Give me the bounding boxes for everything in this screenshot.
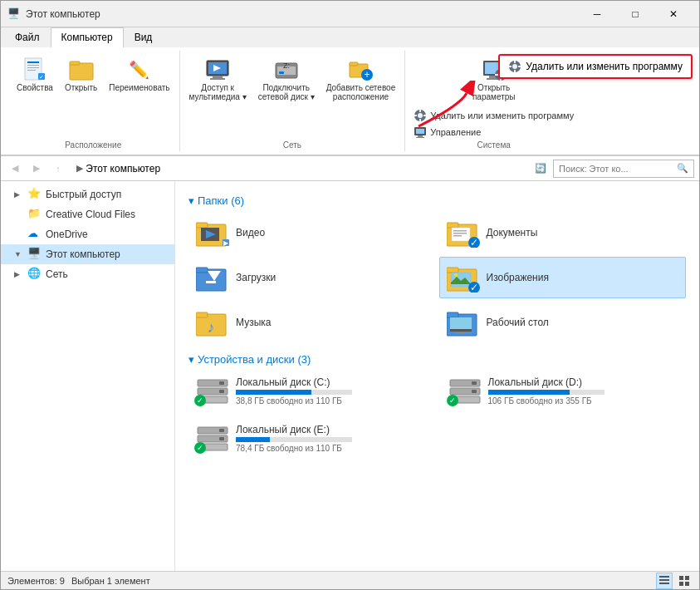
refresh-button[interactable]: 🔄 bbox=[531, 160, 550, 178]
svg-rect-66 bbox=[206, 281, 216, 283]
view-tiles-button[interactable] bbox=[676, 573, 693, 589]
folder-item-music[interactable]: ♪ Музыка bbox=[188, 302, 436, 343]
disk-e-check: ✓ bbox=[194, 442, 206, 454]
add-location-icon: + bbox=[347, 57, 374, 83]
svg-text:♪: ♪ bbox=[208, 319, 215, 336]
window-title: Этот компьютер bbox=[26, 8, 578, 20]
ribbon: Файл Компьютер Вид bbox=[1, 27, 699, 156]
folder-item-desktop[interactable]: Рабочий стол bbox=[439, 302, 687, 343]
folder-desktop-icon bbox=[447, 307, 480, 337]
svg-rect-30 bbox=[495, 74, 498, 76]
svg-rect-82 bbox=[455, 333, 467, 334]
search-box: 🔍 bbox=[553, 160, 694, 178]
folder-documents-name: Документы bbox=[487, 227, 538, 238]
sidebar-item-onedrive[interactable]: ☁ OneDrive bbox=[1, 224, 174, 244]
svg-point-43 bbox=[512, 64, 517, 69]
svg-rect-103 bbox=[679, 582, 683, 586]
disk-item-d[interactable]: ✓ Локальный диск (D:) 106 ГБ свободно из… bbox=[441, 371, 687, 411]
sidebar-item-creative-cloud[interactable]: 📁 Creative Cloud Files bbox=[1, 204, 174, 224]
svg-rect-97 bbox=[219, 437, 224, 440]
folder-item-documents[interactable]: ✓ Документы bbox=[439, 212, 687, 253]
ribbon-content: ✓ Свойства Открыть bbox=[1, 47, 699, 155]
svg-rect-79 bbox=[450, 317, 472, 331]
svg-rect-104 bbox=[685, 582, 689, 586]
chevron-down-icon-thispc: ▼ bbox=[14, 250, 24, 258]
media-access-button[interactable]: Доступ кмультимедиа ▾ bbox=[185, 54, 251, 104]
tab-computer[interactable]: Компьютер bbox=[51, 27, 124, 48]
open-button[interactable]: Открыть bbox=[61, 54, 101, 95]
media-access-icon bbox=[204, 57, 231, 83]
quick-access-label: Быстрый доступ bbox=[46, 189, 121, 200]
onedrive-label: OneDrive bbox=[46, 229, 88, 240]
disk-d-check: ✓ bbox=[447, 395, 458, 406]
ribbon-tabs: Файл Компьютер Вид bbox=[1, 27, 699, 47]
svg-rect-8 bbox=[70, 61, 80, 65]
forward-button[interactable]: ▶ bbox=[27, 160, 46, 178]
properties-button[interactable]: ✓ Свойства bbox=[12, 54, 57, 95]
up-button[interactable]: ↑ bbox=[49, 160, 67, 178]
window: 🖥️ Этот компьютер ─ □ ✕ Файл Компьютер В… bbox=[0, 0, 700, 590]
disk-e-name: Локальный диск (E:) bbox=[236, 424, 427, 435]
rename-button[interactable]: ✏️ Переименовать bbox=[105, 54, 174, 95]
disk-item-e[interactable]: ✓ Локальный диск (E:) 78,4 ГБ свободно и… bbox=[188, 418, 434, 459]
svg-rect-91 bbox=[472, 381, 477, 385]
svg-text:▶: ▶ bbox=[223, 239, 229, 247]
disk-c-bar bbox=[236, 390, 311, 395]
sidebar: ▶ ⭐ Быстрый доступ 📁 Creative Cloud File… bbox=[1, 181, 175, 571]
network-icon: 🌐 bbox=[27, 267, 42, 282]
svg-rect-58 bbox=[453, 230, 467, 232]
maximize-button[interactable]: □ bbox=[616, 1, 654, 27]
svg-rect-13 bbox=[210, 78, 225, 80]
tab-file[interactable]: Файл bbox=[4, 27, 51, 47]
back-button[interactable]: ◀ bbox=[6, 160, 24, 178]
highlight-uninstall-button[interactable]: Удалить или изменить программу bbox=[498, 54, 693, 79]
folder-item-video[interactable]: ▶ Видео bbox=[188, 212, 436, 253]
minimize-button[interactable]: ─ bbox=[578, 1, 616, 27]
add-location-button[interactable]: + Добавить сетевоерасположение bbox=[322, 54, 400, 104]
svg-rect-44 bbox=[514, 61, 516, 63]
svg-rect-19 bbox=[350, 62, 358, 66]
close-button[interactable]: ✕ bbox=[654, 1, 693, 27]
disk-d-name: Локальный диск (D:) bbox=[488, 376, 679, 388]
folder-downloads-name: Загрузки bbox=[236, 272, 276, 283]
view-details-button[interactable] bbox=[656, 573, 673, 589]
svg-rect-102 bbox=[685, 576, 689, 580]
disk-d-bar bbox=[488, 390, 570, 395]
svg-rect-78 bbox=[447, 312, 458, 317]
sidebar-item-this-pc[interactable]: ▼ 🖥️ Этот компьютер bbox=[1, 244, 174, 264]
disk-c-size: 38,8 ГБ свободно из 110 ГБ bbox=[236, 396, 427, 406]
ribbon-group-items-location: ✓ Свойства Открыть bbox=[12, 51, 174, 140]
tab-view[interactable]: Вид bbox=[124, 27, 164, 47]
devices-section-title: Устройства и диски (3) bbox=[198, 353, 311, 366]
svg-rect-98 bbox=[659, 576, 669, 578]
sidebar-item-quick-access[interactable]: ▶ ⭐ Быстрый доступ bbox=[1, 184, 174, 204]
svg-rect-57 bbox=[452, 228, 470, 241]
svg-text:+: + bbox=[365, 69, 370, 81]
folder-item-images[interactable]: ✓ Изображения bbox=[439, 257, 687, 298]
svg-rect-101 bbox=[679, 576, 683, 580]
ribbon-group-items-network: Доступ кмультимедиа ▾ Z: Подключитьсетев… bbox=[185, 51, 400, 140]
search-input[interactable] bbox=[559, 164, 673, 174]
disk-item-c[interactable]: ✓ Локальный диск (C:) 38,8 ГБ свободно и… bbox=[188, 371, 434, 411]
address-path[interactable]: ▶ Этот компьютер bbox=[71, 160, 528, 177]
group-label-network: Сеть bbox=[283, 140, 301, 151]
disk-c-icon: ✓ bbox=[196, 378, 229, 405]
statusbar-right bbox=[656, 573, 693, 589]
folders-section-title: Папки (6) bbox=[198, 194, 244, 207]
folder-images-icon: ✓ bbox=[447, 263, 480, 293]
connect-disk-button[interactable]: Z: Подключитьсетевой диск ▾ bbox=[254, 54, 319, 104]
highlight-gear-icon bbox=[508, 60, 521, 73]
chevron-right-icon-network: ▶ bbox=[14, 270, 24, 278]
connect-disk-icon: Z: bbox=[273, 57, 300, 83]
disk-e-bar bbox=[236, 437, 270, 442]
folder-item-downloads[interactable]: Загрузки bbox=[188, 257, 436, 298]
titlebar: 🖥️ Этот компьютер ─ □ ✕ bbox=[1, 1, 699, 27]
group-label-location: Расположение bbox=[65, 140, 121, 151]
sidebar-item-network[interactable]: ▶ 🌐 Сеть bbox=[1, 264, 174, 284]
folder-downloads-icon bbox=[196, 263, 229, 293]
media-access-label: Доступ кмультимедиа ▾ bbox=[189, 83, 247, 101]
open-params-label: Открытьпараметры bbox=[472, 83, 516, 101]
disk-d-info: Локальный диск (D:) 106 ГБ свободно из 3… bbox=[488, 376, 679, 406]
disk-c-check: ✓ bbox=[194, 395, 206, 406]
svg-rect-81 bbox=[458, 332, 464, 333]
